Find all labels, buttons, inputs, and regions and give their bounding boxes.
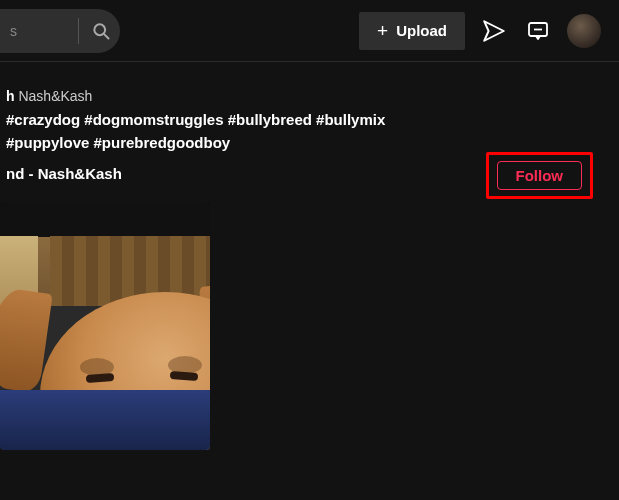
send-icon bbox=[481, 18, 507, 44]
inbox-button[interactable] bbox=[523, 16, 553, 46]
username-text: Nash&Kash bbox=[18, 88, 92, 104]
inbox-icon bbox=[526, 19, 550, 43]
svg-line-1 bbox=[105, 34, 109, 38]
search-input[interactable] bbox=[10, 23, 70, 39]
follow-highlight-box: Follow bbox=[486, 152, 594, 199]
search-button[interactable] bbox=[83, 9, 120, 53]
messages-button[interactable] bbox=[479, 16, 509, 46]
svg-point-0 bbox=[95, 24, 106, 35]
search-divider bbox=[78, 18, 79, 44]
video-thumbnail[interactable] bbox=[0, 202, 210, 450]
username-prefix: h bbox=[6, 88, 15, 104]
username[interactable]: h Nash&Kash bbox=[6, 88, 456, 104]
search-box[interactable] bbox=[0, 9, 120, 53]
post-content: h Nash&Kash #crazydog #dogmomstruggles #… bbox=[0, 62, 619, 450]
sound-link[interactable]: nd - Nash&Kash bbox=[6, 165, 456, 182]
thumbnail-image bbox=[0, 202, 210, 450]
top-nav: + Upload bbox=[0, 0, 619, 62]
follow-button[interactable]: Follow bbox=[497, 161, 583, 190]
post-caption[interactable]: #crazydog #dogmomstruggles #bullybreed #… bbox=[6, 108, 456, 155]
search-icon bbox=[91, 21, 111, 41]
upload-button[interactable]: + Upload bbox=[359, 12, 465, 50]
profile-avatar[interactable] bbox=[567, 14, 601, 48]
upload-label: Upload bbox=[396, 22, 447, 39]
plus-icon: + bbox=[377, 21, 388, 40]
